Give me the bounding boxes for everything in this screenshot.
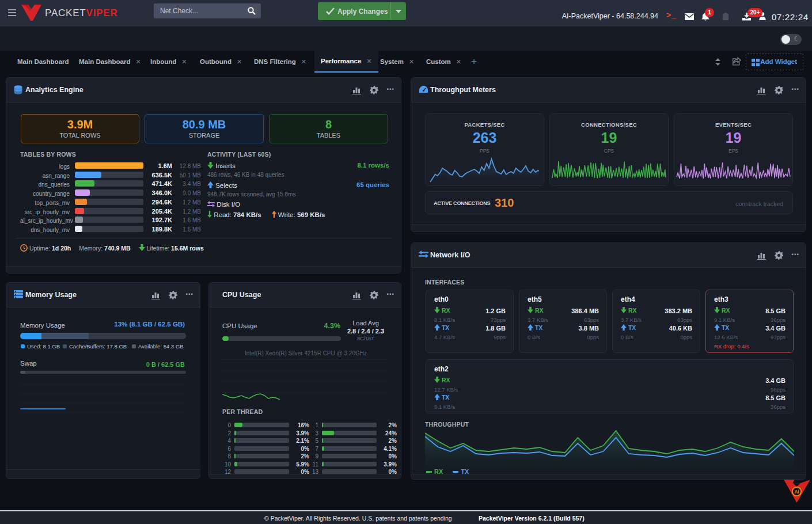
svg-text:AI: AI: [794, 489, 799, 495]
